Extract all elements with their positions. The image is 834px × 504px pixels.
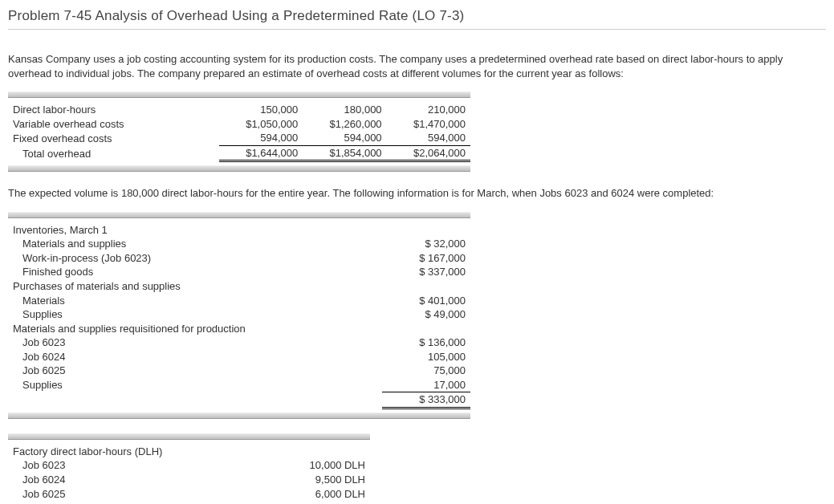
table-row: Variable overhead costs $1,050,000 $1,26… — [8, 117, 470, 132]
table-row: Job 6025 75,000 — [8, 364, 470, 378]
cell-label: Job 6024 — [8, 473, 265, 487]
cell-label — [8, 392, 382, 408]
table1-bottom-bar — [8, 165, 470, 172]
cell-label: Variable overhead costs — [8, 117, 219, 132]
cell-label: Materials — [8, 294, 382, 308]
cell-value: 105,000 — [382, 350, 470, 364]
table-row: Finished goods $ 337,000 — [8, 265, 470, 279]
cell-value: 9,500 DLH — [265, 473, 370, 487]
table-row: Direct labor-hours 150,000 180,000 210,0… — [8, 103, 470, 117]
cell-label: Job 6025 — [8, 364, 382, 378]
table-row: Job 6024 9,500 DLH — [8, 473, 370, 487]
cell-value — [382, 322, 470, 336]
cell-value: 75,000 — [382, 364, 470, 378]
cell-value: 180,000 — [303, 103, 386, 117]
dlh-table: Factory direct labor-hours (DLH) Job 602… — [8, 445, 370, 501]
overhead-estimate-table: Direct labor-hours 150,000 180,000 210,0… — [8, 103, 470, 162]
table2-top-bar — [8, 212, 470, 218]
cell-label: Purchases of materials and supplies — [8, 279, 382, 294]
cell-value: $1,644,000 — [219, 145, 303, 161]
table-row: Job 6023 10,000 DLH — [8, 458, 370, 473]
cell-label: Factory direct labor-hours (DLH) — [8, 445, 265, 459]
cell-value: $ 337,000 — [382, 265, 470, 279]
intro-paragraph: Kansas Company uses a job costing accoun… — [8, 52, 826, 80]
cell-value: $1,050,000 — [219, 117, 303, 132]
table-row: Fixed overhead costs 594,000 594,000 594… — [8, 131, 470, 145]
cell-label: Materials and supplies requisitioned for… — [8, 322, 382, 336]
cell-label: Work-in-process (Job 6023) — [8, 251, 382, 266]
table-row-header: Materials and supplies requisitioned for… — [8, 322, 470, 336]
table3-top-bar — [8, 433, 370, 440]
table-row: Work-in-process (Job 6023) $ 167,000 — [8, 251, 470, 266]
cell-value: 594,000 — [219, 131, 303, 145]
cell-value: $1,854,000 — [303, 145, 386, 161]
table-row: Materials $ 401,000 — [8, 294, 470, 308]
cell-value: $2,064,000 — [387, 145, 470, 161]
cell-label: Finished goods — [8, 265, 382, 279]
table-row-header: Factory direct labor-hours (DLH) — [8, 445, 370, 459]
cell-value: $1,470,000 — [387, 117, 470, 132]
mid-paragraph: The expected volume is 180,000 direct la… — [8, 186, 826, 201]
march-info-table: Inventories, March 1 Materials and suppl… — [8, 223, 470, 409]
cell-label: Job 6024 — [8, 350, 382, 364]
cell-label: Job 6023 — [8, 458, 265, 473]
cell-value: $ 136,000 — [382, 335, 470, 350]
title-divider — [8, 29, 826, 30]
cell-label: Materials and supplies — [8, 237, 382, 251]
cell-label: Supplies — [8, 378, 382, 392]
cell-value: 210,000 — [387, 103, 470, 117]
cell-value — [382, 279, 470, 294]
table-row: Supplies $ 49,000 — [8, 307, 470, 322]
cell-value: 594,000 — [387, 131, 470, 145]
table-row: Job 6024 105,000 — [8, 350, 470, 364]
cell-label: Total overhead — [8, 145, 219, 161]
cell-value: $ 32,000 — [382, 237, 470, 251]
table-row-total: $ 333,000 — [8, 392, 470, 408]
page-title: Problem 7-45 Analysis of Overhead Using … — [8, 8, 826, 24]
cell-label: Supplies — [8, 307, 382, 322]
table-row-total: Total overhead $1,644,000 $1,854,000 $2,… — [8, 145, 470, 161]
cell-value: $ 167,000 — [382, 251, 470, 266]
table1-top-bar — [8, 91, 470, 98]
cell-value: 150,000 — [219, 103, 303, 117]
cell-value: 6,000 DLH — [265, 487, 370, 502]
cell-value: 17,000 — [382, 378, 470, 392]
table-row: Job 6025 6,000 DLH — [8, 487, 370, 502]
table-row: Job 6023 $ 136,000 — [8, 335, 470, 350]
cell-value: $ 333,000 — [382, 392, 470, 408]
cell-value: 10,000 DLH — [265, 458, 370, 473]
cell-value — [265, 445, 370, 459]
cell-value — [382, 223, 470, 238]
table2-bottom-bar — [8, 413, 470, 419]
cell-label: Job 6023 — [8, 335, 382, 350]
table-row: Materials and supplies $ 32,000 — [8, 237, 470, 251]
cell-value: $ 401,000 — [382, 294, 470, 308]
cell-label: Fixed overhead costs — [8, 131, 219, 145]
cell-label: Inventories, March 1 — [8, 223, 382, 238]
cell-value: 594,000 — [303, 131, 386, 145]
table-row-header: Inventories, March 1 — [8, 223, 470, 238]
cell-value: $ 49,000 — [382, 307, 470, 322]
cell-label: Job 6025 — [8, 487, 265, 502]
cell-label: Direct labor-hours — [8, 103, 219, 117]
table-row-header: Purchases of materials and supplies — [8, 279, 470, 294]
cell-value: $1,260,000 — [303, 117, 386, 132]
table-row: Supplies 17,000 — [8, 378, 470, 392]
